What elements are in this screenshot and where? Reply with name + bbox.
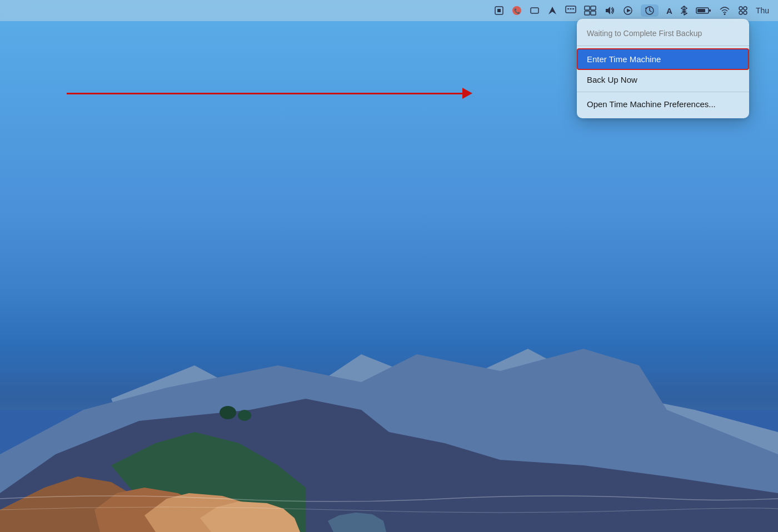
facetime-icon[interactable]: 📞 — [512, 6, 522, 16]
timemachine-icon[interactable] — [641, 4, 659, 17]
svg-rect-17 — [591, 11, 596, 15]
svg-rect-11 — [567, 8, 569, 9]
svg-rect-14 — [585, 6, 590, 10]
windows-icon[interactable] — [584, 6, 596, 16]
menubar-clock: Thu — [756, 6, 769, 15]
bluetooth-icon[interactable] — [680, 6, 688, 16]
svg-rect-23 — [697, 9, 705, 12]
svg-rect-13 — [572, 8, 574, 9]
back-up-now-item[interactable]: Back Up Now — [577, 70, 749, 89]
svg-point-27 — [744, 7, 747, 10]
svg-point-2 — [220, 406, 236, 419]
svg-point-3 — [238, 410, 251, 421]
svg-rect-12 — [570, 8, 572, 9]
location-icon[interactable] — [547, 6, 557, 16]
svg-rect-24 — [709, 9, 711, 12]
wifi-icon[interactable] — [719, 6, 730, 16]
svg-rect-16 — [585, 11, 590, 15]
svg-marker-20 — [627, 9, 631, 13]
svg-marker-9 — [548, 7, 556, 14]
keyboard-icon[interactable]: A — [666, 6, 672, 16]
battery-icon[interactable] — [696, 6, 711, 16]
arrow-annotation — [67, 82, 472, 104]
arrow-line — [67, 93, 462, 94]
rectangle-icon[interactable] — [530, 6, 540, 16]
timemachine-dropdown: Waiting to Complete First Backup Enter T… — [577, 19, 749, 118]
play-icon[interactable] — [623, 6, 633, 16]
controlcenter-icon[interactable] — [738, 6, 748, 16]
svg-text:📞: 📞 — [514, 8, 521, 14]
open-preferences-item[interactable]: Open Time Machine Preferences... — [577, 94, 749, 114]
svg-point-25 — [724, 13, 725, 15]
menu-divider-1 — [577, 46, 749, 46]
svg-rect-8 — [531, 8, 538, 13]
menubar: 📞 A Thu — [0, 0, 778, 21]
svg-rect-15 — [591, 6, 596, 10]
svg-point-29 — [744, 11, 747, 14]
enter-time-machine-item[interactable]: Enter Time Machine — [577, 48, 749, 70]
notchscreen-icon[interactable] — [494, 6, 504, 16]
volume-icon[interactable] — [604, 6, 615, 16]
svg-marker-18 — [606, 7, 610, 14]
backup-status-text: Waiting to Complete First Backup — [577, 23, 749, 43]
landscape-illustration — [0, 299, 778, 532]
menu-divider-2 — [577, 92, 749, 92]
messages-icon[interactable] — [565, 6, 576, 16]
svg-rect-5 — [497, 9, 501, 12]
svg-point-28 — [739, 11, 742, 14]
arrow-head — [462, 88, 472, 99]
svg-point-26 — [739, 7, 742, 10]
